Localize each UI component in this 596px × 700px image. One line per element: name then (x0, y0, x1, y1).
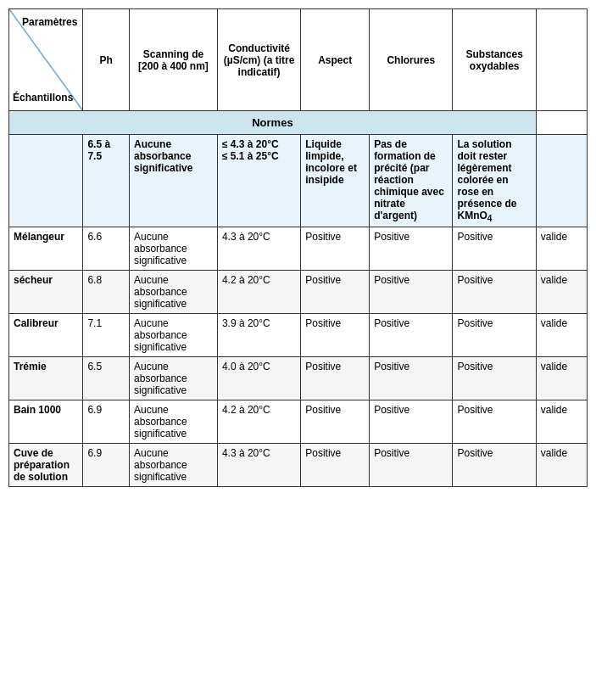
conductivite-header: Conductivité (µS/cm) (a titre indicatif) (217, 9, 300, 111)
sample-conductivite: 3.9 à 20°C (217, 314, 300, 357)
sample-result: valide (536, 227, 587, 271)
norms-chlorures: Pas de formation de précité (par réactio… (370, 135, 453, 227)
sample-name: Cuve de préparation de solution (9, 444, 83, 487)
sample-chlorures: Positive (370, 227, 453, 271)
sample-scanning: Aucune absorbance significative (130, 227, 218, 271)
normes-title: Normes (9, 111, 537, 135)
sample-chlorures: Positive (370, 444, 453, 487)
sample-aspect: Positive (301, 227, 370, 271)
sample-scanning: Aucune absorbance significative (130, 314, 218, 357)
echantillons-label: Échantillons (13, 92, 73, 104)
table-row: Mélangeur6.6Aucune absorbance significat… (9, 227, 588, 271)
sample-substances: Positive (453, 314, 536, 357)
sample-substances: Positive (453, 227, 536, 271)
norms-substances: La solution doit rester légèrement color… (453, 135, 536, 227)
sample-substances: Positive (453, 357, 536, 400)
params-label: Paramètres (22, 16, 77, 28)
norms-empty (9, 135, 83, 227)
result-header (536, 9, 587, 111)
norms-scanning: Aucune absorbance significative (130, 135, 218, 227)
sample-substances: Positive (453, 400, 536, 444)
norms-result-empty (536, 135, 587, 227)
sample-ph: 7.1 (83, 314, 130, 357)
sample-chlorures: Positive (370, 314, 453, 357)
sample-result: valide (536, 400, 587, 444)
sample-scanning: Aucune absorbance significative (130, 357, 218, 400)
sample-name: Bain 1000 (9, 400, 83, 444)
aspect-header: Aspect (301, 9, 370, 111)
sample-conductivite: 4.3 à 20°C (217, 444, 300, 487)
norms-conductivite: ≤ 4.3 à 20°C ≤ 5.1 à 25°C (217, 135, 300, 227)
sample-name: sécheur (9, 271, 83, 314)
norms-aspect: Liquide limpide, incolore et insipide (301, 135, 370, 227)
sample-name: Trémie (9, 357, 83, 400)
table-row: Cuve de préparation de solution6.9Aucune… (9, 444, 588, 487)
sample-scanning: Aucune absorbance significative (130, 444, 218, 487)
params-echantillons-header: Paramètres Échantillons (9, 9, 83, 111)
sample-substances: Positive (453, 271, 536, 314)
sample-scanning: Aucune absorbance significative (130, 271, 218, 314)
table-row: Trémie6.5Aucune absorbance significative… (9, 357, 588, 400)
sample-chlorures: Positive (370, 400, 453, 444)
sample-conductivite: 4.0 à 20°C (217, 357, 300, 400)
table-row: sécheur6.8Aucune absorbance significativ… (9, 271, 588, 314)
sample-ph: 6.9 (83, 444, 130, 487)
sample-result: valide (536, 357, 587, 400)
sample-result: valide (536, 314, 587, 357)
table-row: Calibreur7.1Aucune absorbance significat… (9, 314, 588, 357)
substances-header: Substances oxydables (453, 9, 536, 111)
sample-ph: 6.8 (83, 271, 130, 314)
sample-aspect: Positive (301, 357, 370, 400)
sample-result: valide (536, 271, 587, 314)
table-row: Bain 10006.9Aucune absorbance significat… (9, 400, 588, 444)
sample-aspect: Positive (301, 271, 370, 314)
sample-ph: 6.5 (83, 357, 130, 400)
sample-chlorures: Positive (370, 357, 453, 400)
sample-name: Calibreur (9, 314, 83, 357)
sample-scanning: Aucune absorbance significative (130, 400, 218, 444)
header-row: Paramètres Échantillons Ph Scanning de [… (9, 9, 588, 111)
normes-title-row: Normes (9, 111, 588, 135)
sample-conductivite: 4.3 à 20°C (217, 227, 300, 271)
sample-conductivite: 4.2 à 20°C (217, 271, 300, 314)
norms-ph: 6.5 à 7.5 (83, 135, 130, 227)
sample-ph: 6.9 (83, 400, 130, 444)
sample-name: Mélangeur (9, 227, 83, 271)
chlorures-header: Chlorures (370, 9, 453, 111)
sample-chlorures: Positive (370, 271, 453, 314)
sample-aspect: Positive (301, 444, 370, 487)
sample-substances: Positive (453, 444, 536, 487)
sample-aspect: Positive (301, 400, 370, 444)
sample-conductivite: 4.2 à 20°C (217, 400, 300, 444)
sample-ph: 6.6 (83, 227, 130, 271)
norms-values-row: 6.5 à 7.5 Aucune absorbance significativ… (9, 135, 588, 227)
main-table: Paramètres Échantillons Ph Scanning de [… (8, 8, 588, 487)
sample-aspect: Positive (301, 314, 370, 357)
sample-result: valide (536, 444, 587, 487)
scanning-header: Scanning de [200 à 400 nm] (130, 9, 218, 111)
ph-header: Ph (83, 9, 130, 111)
